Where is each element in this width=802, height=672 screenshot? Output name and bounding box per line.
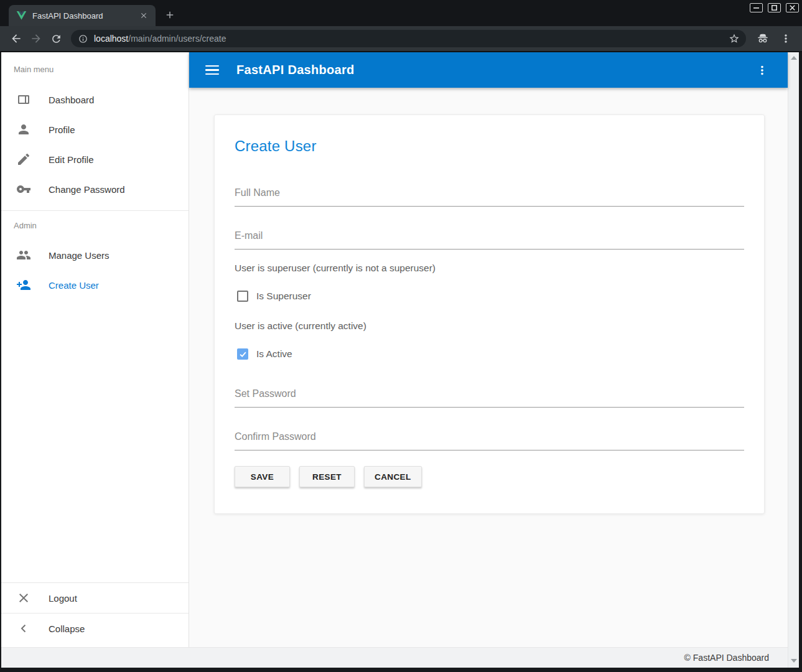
appbar-kebab-icon[interactable]: [755, 63, 769, 77]
checkbox-label: Is Active: [256, 348, 292, 360]
url-path: /main/admin/users/create: [128, 34, 226, 44]
scroll-down-icon[interactable]: [791, 659, 797, 663]
app-bar: FastAPI Dashboard: [189, 52, 788, 88]
chevron-left-icon: [16, 621, 31, 636]
browser-tab-strip: FastAPI Dashboard: [0, 0, 802, 26]
tab-close-icon[interactable]: [138, 10, 149, 21]
email-input[interactable]: [235, 230, 744, 250]
info-icon[interactable]: [78, 34, 88, 44]
close-button[interactable]: [786, 3, 799, 12]
sidebar-item-label: Change Password: [49, 184, 125, 195]
footer-text: © FastAPI Dashboard: [684, 653, 769, 663]
person-icon: [16, 122, 31, 137]
person-add-icon: [16, 278, 31, 292]
pencil-icon: [16, 152, 31, 167]
incognito-icon: [756, 32, 770, 45]
main-area: FastAPI Dashboard Create User User is su…: [189, 52, 788, 647]
sidebar: Main menu Dashboard Profile: [1, 52, 189, 647]
sidebar-section-main-menu: Main menu: [1, 61, 189, 78]
checkbox-label: Is Superuser: [256, 291, 311, 302]
close-x-icon: [16, 590, 31, 605]
sidebar-item-collapse[interactable]: Collapse: [1, 614, 189, 643]
page-footer: © FastAPI Dashboard: [1, 647, 788, 668]
confirm-password-input[interactable]: [235, 431, 744, 450]
vue-logo-icon: [16, 11, 27, 21]
tab-title: FastAPI Dashboard: [32, 11, 138, 21]
back-arrow-icon[interactable]: [6, 29, 26, 49]
sidebar-item-label: Edit Profile: [49, 154, 94, 165]
sidebar-item-profile[interactable]: Profile: [1, 114, 189, 144]
card-title: Create User: [235, 138, 744, 155]
people-icon: [16, 248, 31, 263]
set-password-input[interactable]: [235, 388, 744, 408]
create-user-card: Create User User is superuser (currently…: [214, 114, 765, 514]
minimize-button[interactable]: [750, 3, 763, 12]
browser-tab[interactable]: FastAPI Dashboard: [9, 5, 156, 26]
dashboard-icon: [16, 92, 31, 107]
is-superuser-checkbox[interactable]: Is Superuser: [235, 289, 744, 303]
page: Main menu Dashboard Profile: [1, 52, 799, 668]
save-button[interactable]: SAVE: [235, 466, 290, 487]
active-note: User is active (currently active): [235, 320, 744, 332]
checkbox-checked-icon[interactable]: [237, 348, 248, 360]
new-tab-button[interactable]: [161, 6, 179, 24]
sidebar-item-logout[interactable]: Logout: [1, 583, 189, 613]
browser-toolbar: localhost/main/admin/users/create: [0, 26, 802, 52]
reset-button[interactable]: RESET: [299, 466, 355, 487]
sidebar-item-manage-users[interactable]: Manage Users: [1, 240, 189, 270]
app-title: FastAPI Dashboard: [236, 63, 355, 77]
sidebar-item-dashboard[interactable]: Dashboard: [1, 85, 189, 114]
window-controls: [750, 0, 802, 12]
form-buttons: SAVE RESET CANCEL: [235, 466, 744, 487]
browser-menu-kebab-icon[interactable]: [780, 32, 792, 45]
sidebar-item-label: Profile: [49, 124, 75, 135]
sidebar-item-change-password[interactable]: Change Password: [1, 174, 189, 204]
url-host: localhost: [94, 34, 128, 44]
key-icon: [16, 182, 31, 197]
sidebar-item-label: Create User: [49, 280, 99, 291]
scroll-up-icon[interactable]: [791, 56, 797, 60]
sidebar-item-label: Collapse: [49, 623, 85, 634]
bookmark-star-icon[interactable]: [729, 33, 740, 44]
maximize-button[interactable]: [768, 3, 781, 12]
sidebar-item-edit-profile[interactable]: Edit Profile: [1, 144, 189, 174]
cancel-button[interactable]: CANCEL: [364, 466, 422, 487]
browser-window: FastAPI Dashboard: [0, 0, 802, 672]
hamburger-menu-icon[interactable]: [205, 62, 223, 79]
sidebar-divider: [1, 210, 189, 211]
url-bar[interactable]: localhost/main/admin/users/create: [71, 30, 746, 47]
sidebar-item-label: Dashboard: [49, 95, 94, 105]
reload-icon[interactable]: [46, 29, 66, 49]
sidebar-item-create-user[interactable]: Create User: [1, 270, 189, 300]
sidebar-item-label: Manage Users: [49, 250, 110, 261]
checkbox-unchecked-icon[interactable]: [237, 291, 248, 302]
sidebar-item-label: Logout: [49, 593, 77, 604]
full-name-input[interactable]: [235, 187, 744, 207]
content-area: Create User User is superuser (currently…: [189, 88, 788, 647]
is-active-checkbox[interactable]: Is Active: [235, 347, 744, 361]
url-text: localhost/main/admin/users/create: [94, 34, 729, 44]
forward-arrow-icon[interactable]: [26, 29, 46, 49]
sidebar-section-admin: Admin: [1, 217, 189, 235]
page-scrollbar[interactable]: [788, 52, 799, 668]
superuser-note: User is superuser (currently is not a su…: [235, 263, 744, 274]
